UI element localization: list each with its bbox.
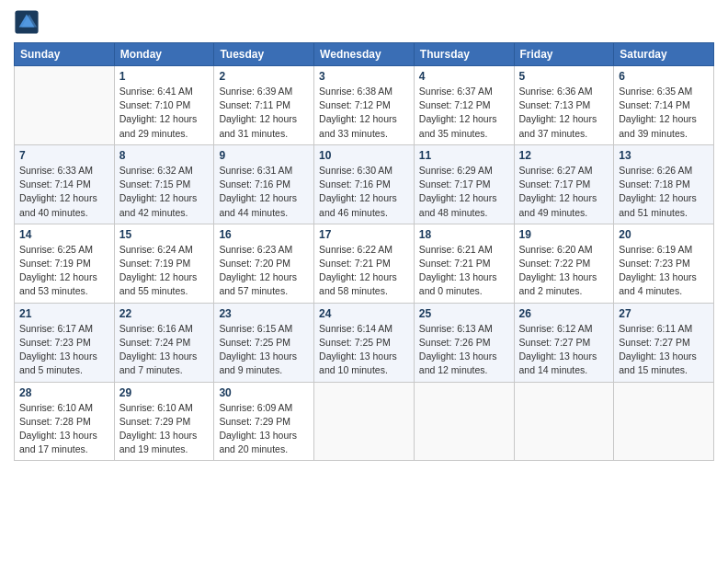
day-info: Sunrise: 6:37 AMSunset: 7:12 PMDaylight:… [419, 85, 509, 141]
day-number: 14 [19, 228, 109, 241]
day-info: Sunrise: 6:09 AMSunset: 7:29 PMDaylight:… [219, 401, 309, 457]
day-cell: 12Sunrise: 6:27 AMSunset: 7:17 PMDayligh… [514, 144, 614, 224]
day-info: Sunrise: 6:36 AMSunset: 7:13 PMDaylight:… [519, 85, 609, 141]
day-cell [514, 382, 614, 461]
day-number: 17 [319, 228, 409, 241]
day-number: 10 [319, 149, 409, 162]
day-number: 3 [319, 70, 409, 83]
day-number: 1 [119, 70, 210, 83]
day-cell: 1Sunrise: 6:41 AMSunset: 7:10 PMDaylight… [114, 66, 214, 145]
day-cell: 10Sunrise: 6:30 AMSunset: 7:16 PMDayligh… [314, 144, 415, 224]
week-row-4: 21Sunrise: 6:17 AMSunset: 7:23 PMDayligh… [15, 303, 714, 382]
day-number: 16 [219, 228, 309, 241]
day-cell: 23Sunrise: 6:15 AMSunset: 7:25 PMDayligh… [214, 303, 314, 382]
day-info: Sunrise: 6:32 AMSunset: 7:15 PMDaylight:… [119, 164, 210, 220]
day-cell: 5Sunrise: 6:36 AMSunset: 7:13 PMDaylight… [514, 66, 614, 145]
day-info: Sunrise: 6:21 AMSunset: 7:21 PMDaylight:… [419, 243, 509, 299]
day-number: 6 [619, 70, 709, 83]
day-info: Sunrise: 6:19 AMSunset: 7:23 PMDaylight:… [619, 243, 709, 299]
day-number: 15 [119, 228, 210, 241]
day-info: Sunrise: 6:27 AMSunset: 7:17 PMDaylight:… [519, 164, 609, 220]
day-header-monday: Monday [114, 43, 214, 66]
day-info: Sunrise: 6:29 AMSunset: 7:17 PMDaylight:… [419, 164, 509, 220]
day-cell: 19Sunrise: 6:20 AMSunset: 7:22 PMDayligh… [514, 224, 614, 303]
day-number: 4 [419, 70, 509, 83]
day-cell: 9Sunrise: 6:31 AMSunset: 7:16 PMDaylight… [214, 144, 314, 224]
day-cell: 27Sunrise: 6:11 AMSunset: 7:27 PMDayligh… [614, 303, 714, 382]
day-number: 5 [519, 70, 609, 83]
day-number: 7 [19, 149, 109, 162]
day-info: Sunrise: 6:30 AMSunset: 7:16 PMDaylight:… [319, 164, 409, 220]
week-row-2: 7Sunrise: 6:33 AMSunset: 7:14 PMDaylight… [15, 144, 714, 224]
day-cell [414, 382, 514, 461]
day-info: Sunrise: 6:12 AMSunset: 7:27 PMDaylight:… [519, 322, 609, 378]
day-header-saturday: Saturday [614, 43, 714, 66]
day-info: Sunrise: 6:35 AMSunset: 7:14 PMDaylight:… [619, 85, 709, 141]
day-cell: 22Sunrise: 6:16 AMSunset: 7:24 PMDayligh… [114, 303, 214, 382]
day-cell [15, 66, 115, 145]
day-info: Sunrise: 6:20 AMSunset: 7:22 PMDaylight:… [519, 243, 609, 299]
day-number: 27 [619, 307, 709, 320]
day-number: 19 [519, 228, 609, 241]
day-number: 23 [219, 307, 309, 320]
day-number: 21 [19, 307, 109, 320]
day-info: Sunrise: 6:11 AMSunset: 7:27 PMDaylight:… [619, 322, 709, 378]
day-info: Sunrise: 6:38 AMSunset: 7:12 PMDaylight:… [319, 85, 409, 141]
day-cell: 15Sunrise: 6:24 AMSunset: 7:19 PMDayligh… [114, 224, 214, 303]
day-cell: 28Sunrise: 6:10 AMSunset: 7:28 PMDayligh… [15, 382, 115, 461]
day-number: 9 [219, 149, 309, 162]
week-row-3: 14Sunrise: 6:25 AMSunset: 7:19 PMDayligh… [15, 224, 714, 303]
day-cell: 18Sunrise: 6:21 AMSunset: 7:21 PMDayligh… [414, 224, 514, 303]
day-number: 18 [419, 228, 509, 241]
day-cell: 11Sunrise: 6:29 AMSunset: 7:17 PMDayligh… [414, 144, 514, 224]
day-number: 25 [419, 307, 509, 320]
day-info: Sunrise: 6:25 AMSunset: 7:19 PMDaylight:… [19, 243, 109, 299]
day-number: 26 [519, 307, 609, 320]
week-row-5: 28Sunrise: 6:10 AMSunset: 7:28 PMDayligh… [15, 382, 714, 461]
day-cell: 24Sunrise: 6:14 AMSunset: 7:25 PMDayligh… [314, 303, 415, 382]
day-cell: 30Sunrise: 6:09 AMSunset: 7:29 PMDayligh… [214, 382, 314, 461]
day-info: Sunrise: 6:10 AMSunset: 7:28 PMDaylight:… [19, 401, 109, 457]
day-number: 30 [219, 386, 309, 399]
day-number: 22 [119, 307, 210, 320]
day-number: 2 [219, 70, 309, 83]
day-info: Sunrise: 6:33 AMSunset: 7:14 PMDaylight:… [19, 164, 109, 220]
day-info: Sunrise: 6:23 AMSunset: 7:20 PMDaylight:… [219, 243, 309, 299]
logo-icon [14, 9, 40, 35]
day-header-thursday: Thursday [414, 43, 514, 66]
day-number: 11 [419, 149, 509, 162]
day-cell [314, 382, 415, 461]
day-number: 29 [119, 386, 210, 399]
day-number: 24 [319, 307, 409, 320]
logo [14, 9, 43, 35]
page-header [14, 9, 714, 35]
day-cell: 14Sunrise: 6:25 AMSunset: 7:19 PMDayligh… [15, 224, 115, 303]
calendar-body: 1Sunrise: 6:41 AMSunset: 7:10 PMDaylight… [15, 66, 714, 461]
day-info: Sunrise: 6:17 AMSunset: 7:23 PMDaylight:… [19, 322, 109, 378]
day-cell: 4Sunrise: 6:37 AMSunset: 7:12 PMDaylight… [414, 66, 514, 145]
day-cell: 8Sunrise: 6:32 AMSunset: 7:15 PMDaylight… [114, 144, 214, 224]
day-cell: 6Sunrise: 6:35 AMSunset: 7:14 PMDaylight… [614, 66, 714, 145]
day-cell: 20Sunrise: 6:19 AMSunset: 7:23 PMDayligh… [614, 224, 714, 303]
day-number: 20 [619, 228, 709, 241]
day-info: Sunrise: 6:41 AMSunset: 7:10 PMDaylight:… [119, 85, 210, 141]
day-info: Sunrise: 6:26 AMSunset: 7:18 PMDaylight:… [619, 164, 709, 220]
day-info: Sunrise: 6:10 AMSunset: 7:29 PMDaylight:… [119, 401, 210, 457]
day-cell: 17Sunrise: 6:22 AMSunset: 7:21 PMDayligh… [314, 224, 415, 303]
day-cell: 2Sunrise: 6:39 AMSunset: 7:11 PMDaylight… [214, 66, 314, 145]
day-info: Sunrise: 6:39 AMSunset: 7:11 PMDaylight:… [219, 85, 309, 141]
day-info: Sunrise: 6:16 AMSunset: 7:24 PMDaylight:… [119, 322, 210, 378]
day-cell [614, 382, 714, 461]
calendar-table: SundayMondayTuesdayWednesdayThursdayFrid… [14, 42, 714, 461]
day-number: 13 [619, 149, 709, 162]
day-cell: 13Sunrise: 6:26 AMSunset: 7:18 PMDayligh… [614, 144, 714, 224]
week-row-1: 1Sunrise: 6:41 AMSunset: 7:10 PMDaylight… [15, 66, 714, 145]
day-header-wednesday: Wednesday [314, 43, 415, 66]
day-cell: 7Sunrise: 6:33 AMSunset: 7:14 PMDaylight… [15, 144, 115, 224]
day-cell: 29Sunrise: 6:10 AMSunset: 7:29 PMDayligh… [114, 382, 214, 461]
day-number: 28 [19, 386, 109, 399]
calendar-header-row: SundayMondayTuesdayWednesdayThursdayFrid… [15, 43, 714, 66]
day-cell: 25Sunrise: 6:13 AMSunset: 7:26 PMDayligh… [414, 303, 514, 382]
day-info: Sunrise: 6:31 AMSunset: 7:16 PMDaylight:… [219, 164, 309, 220]
day-cell: 21Sunrise: 6:17 AMSunset: 7:23 PMDayligh… [15, 303, 115, 382]
